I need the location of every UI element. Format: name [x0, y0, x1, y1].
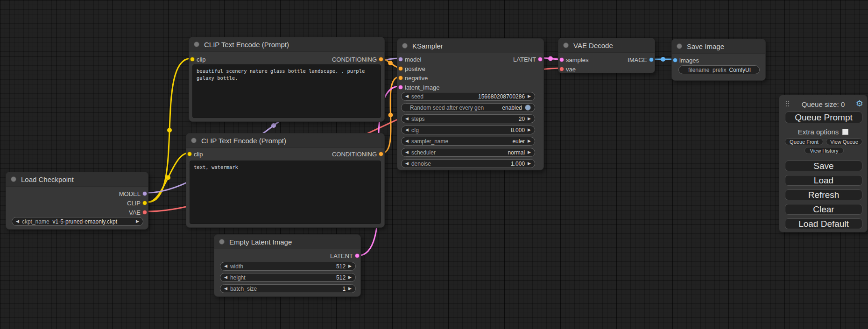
extra-options-checkbox[interactable] — [842, 129, 848, 135]
widget-value: enabled — [502, 105, 522, 111]
collapse-dot-icon[interactable] — [563, 42, 569, 48]
ckpt-name-combo[interactable]: ◀ ckpt_name v1-5-pruned-emaonly.ckpt ▶ — [12, 217, 143, 226]
node-title-bar[interactable]: CLIP Text Encode (Prompt) — [186, 133, 384, 148]
clip-input-port[interactable] — [190, 57, 195, 62]
scheduler-combo[interactable]: ◀ scheduler normal ▶ — [401, 148, 535, 157]
increment-arrow-icon[interactable]: ▶ — [528, 161, 531, 166]
port-row: negative — [397, 73, 543, 83]
conditioning-output-port[interactable] — [379, 57, 383, 62]
queue-panel[interactable]: Queue size: 0 ⚙ Queue Prompt Extra optio… — [779, 95, 868, 232]
node-title: Load Checkpoint — [21, 175, 74, 183]
queue-prompt-button[interactable]: Queue Prompt — [785, 112, 862, 123]
positive-input-port[interactable] — [398, 66, 403, 71]
increment-arrow-icon[interactable]: ▶ — [348, 275, 352, 280]
panel-drag-handle-icon[interactable] — [786, 101, 787, 102]
node-load-checkpoint[interactable]: Load Checkpoint MODEL CLIP VAE ◀ ckpt_na… — [6, 172, 148, 230]
latent-output-port[interactable] — [538, 57, 543, 62]
widget-label: filename_prefix — [688, 67, 726, 73]
increment-arrow-icon[interactable]: ▶ — [528, 94, 531, 98]
node-title-bar[interactable]: CLIP Text Encode (Prompt) — [189, 37, 384, 52]
filename-prefix-widget[interactable]: filename_prefix ComfyUI — [678, 65, 760, 74]
link-clip — [148, 58, 191, 202]
model-output-port[interactable] — [142, 191, 147, 196]
decrement-arrow-icon[interactable]: ◀ — [405, 150, 409, 154]
denoise-combo[interactable]: ◀ denoise 1.000 ▶ — [401, 159, 535, 168]
random-seed-toggle[interactable]: Random seed after every gen enabled — [401, 103, 535, 112]
decrement-arrow-icon[interactable]: ◀ — [405, 128, 409, 132]
decrement-arrow-icon[interactable]: ◀ — [16, 219, 19, 224]
node-title-bar[interactable]: Load Checkpoint — [6, 172, 148, 187]
node-ksampler[interactable]: KSampler model LATENT positive negative … — [397, 38, 544, 170]
clip-output-port[interactable] — [142, 201, 147, 205]
increment-arrow-icon[interactable]: ▶ — [528, 117, 531, 121]
node-title: CLIP Text Encode (Prompt) — [204, 41, 289, 49]
load-default-button[interactable]: Load Default — [785, 218, 862, 229]
node-title-bar[interactable]: KSampler — [397, 39, 543, 53]
node-title-bar[interactable]: Save Image — [672, 39, 765, 54]
increment-arrow-icon[interactable]: ▶ — [528, 128, 531, 132]
widget-value: 512 — [336, 274, 346, 281]
prompt-text-area[interactable]: text, watermark — [190, 161, 381, 224]
widget-value: v1-5-pruned-emaonly.ckpt — [53, 218, 118, 225]
clip-input-port[interactable] — [187, 152, 192, 156]
increment-arrow-icon[interactable]: ▶ — [348, 287, 352, 291]
model-input-port[interactable] — [398, 57, 403, 62]
widget-value: 8.000 — [511, 127, 525, 133]
collapse-dot-icon[interactable] — [402, 43, 408, 49]
widget-value: 1 — [342, 286, 346, 292]
increment-arrow-icon[interactable]: ▶ — [528, 150, 531, 154]
increment-arrow-icon[interactable]: ▶ — [136, 219, 139, 224]
decrement-arrow-icon[interactable]: ◀ — [224, 287, 227, 291]
conditioning-output-port[interactable] — [379, 152, 383, 156]
steps-combo[interactable]: ◀ steps 20 ▶ — [401, 114, 535, 123]
vae-input-port[interactable] — [559, 67, 564, 71]
node-clip-text-encode-1[interactable]: CLIP Text Encode (Prompt) clip CONDITION… — [189, 37, 385, 122]
node-title-bar[interactable]: Empty Latent Image — [214, 235, 360, 249]
decrement-arrow-icon[interactable]: ◀ — [405, 117, 409, 121]
collapse-dot-icon[interactable] — [194, 42, 199, 47]
sampler-name-combo[interactable]: ◀ sampler_name euler ▶ — [401, 137, 535, 146]
seed-combo[interactable]: ◀ seed 156680208700286 ▶ — [401, 92, 535, 101]
cfg-combo[interactable]: ◀ cfg 8.000 ▶ — [401, 126, 535, 134]
refresh-button[interactable]: Refresh — [785, 189, 862, 200]
queue-front-button[interactable]: Queue Front — [785, 138, 823, 145]
prompt-text-area[interactable]: beautiful scenery nature glass bottle la… — [192, 64, 381, 118]
collapse-dot-icon[interactable] — [219, 239, 225, 245]
save-button[interactable]: Save — [785, 161, 862, 171]
node-vae-decode[interactable]: VAE Decode samples IMAGE vae — [558, 38, 655, 73]
clear-button[interactable]: Clear — [785, 204, 862, 215]
node-graph-canvas[interactable]: Load Checkpoint MODEL CLIP VAE ◀ ckpt_na… — [0, 0, 868, 329]
vae-output-port[interactable] — [142, 210, 147, 215]
collapse-dot-icon[interactable] — [191, 138, 197, 143]
samples-input-port[interactable] — [559, 57, 564, 62]
view-history-button[interactable]: View History — [804, 147, 844, 154]
toggle-circle-icon[interactable] — [525, 105, 531, 111]
collapse-dot-icon[interactable] — [11, 176, 16, 182]
width-combo[interactable]: ◀ width 512 ▶ — [220, 262, 356, 271]
image-output-port[interactable] — [649, 57, 654, 62]
widget-label: steps — [411, 116, 425, 122]
height-combo[interactable]: ◀ height 512 ▶ — [220, 273, 356, 282]
latent-output-port[interactable] — [355, 253, 360, 258]
increment-arrow-icon[interactable]: ▶ — [528, 139, 531, 143]
port-row: samples IMAGE — [558, 55, 655, 64]
batch-size-combo[interactable]: ◀ batch_size 1 ▶ — [220, 284, 356, 293]
load-button[interactable]: Load — [785, 175, 862, 186]
view-queue-button[interactable]: View Queue — [826, 138, 862, 145]
increment-arrow-icon[interactable]: ▶ — [348, 264, 352, 268]
settings-gear-icon[interactable]: ⚙ — [856, 98, 863, 109]
collapse-dot-icon[interactable] — [677, 43, 682, 49]
negative-input-port[interactable] — [398, 76, 403, 80]
node-title-bar[interactable]: VAE Decode — [558, 38, 655, 53]
decrement-arrow-icon[interactable]: ◀ — [405, 161, 409, 166]
decrement-arrow-icon[interactable]: ◀ — [405, 139, 409, 143]
decrement-arrow-icon[interactable]: ◀ — [405, 94, 409, 98]
latent-image-input-port[interactable] — [398, 85, 403, 90]
images-input-port[interactable] — [673, 58, 677, 63]
decrement-arrow-icon[interactable]: ◀ — [224, 275, 227, 280]
widget-value: ComfyUI — [729, 67, 751, 73]
node-save-image[interactable]: Save Image images filename_prefix ComfyU… — [671, 39, 766, 81]
node-clip-text-encode-2[interactable]: CLIP Text Encode (Prompt) clip CONDITION… — [186, 133, 385, 228]
decrement-arrow-icon[interactable]: ◀ — [224, 264, 227, 268]
node-empty-latent-image[interactable]: Empty Latent Image LATENT ◀ width 512 ▶ … — [214, 234, 361, 297]
